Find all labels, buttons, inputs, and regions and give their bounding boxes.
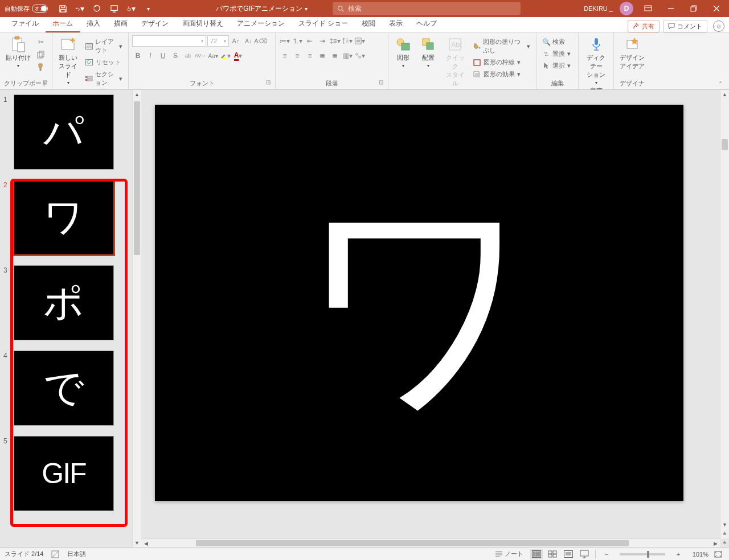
- title-dropdown-icon[interactable]: ▾: [305, 6, 308, 12]
- launcher-icon[interactable]: ⊡: [43, 79, 47, 85]
- toggle-switch[interactable]: オフ: [32, 5, 48, 13]
- ribbon-display-icon[interactable]: [640, 3, 656, 14]
- tab-design[interactable]: デザイン: [134, 15, 175, 32]
- shape-fill-button[interactable]: 図形の塗りつぶし ▾: [471, 36, 533, 56]
- accessibility-icon[interactable]: [51, 550, 59, 558]
- thumb-slide[interactable]: GIF: [14, 436, 114, 511]
- tab-view[interactable]: 表示: [382, 15, 409, 32]
- format-painter-icon[interactable]: [35, 61, 47, 73]
- increase-indent-icon[interactable]: ⇥: [317, 35, 328, 47]
- user-avatar[interactable]: D: [620, 2, 633, 15]
- tab-draw[interactable]: 描画: [107, 15, 134, 32]
- thumbnail-item[interactable]: 1 パ: [3, 94, 139, 170]
- thumbnail-item[interactable]: 5 GIF: [3, 436, 139, 511]
- tab-insert[interactable]: 挿入: [80, 15, 107, 32]
- save-icon[interactable]: [58, 4, 67, 13]
- prev-slide-icon[interactable]: ≜: [720, 529, 729, 538]
- columns-icon[interactable]: ▥▾: [342, 50, 353, 61]
- align-text-icon[interactable]: ▾: [354, 35, 366, 47]
- zoom-handle[interactable]: [647, 551, 649, 558]
- notes-button[interactable]: ノート: [492, 550, 527, 558]
- thumbnail-item[interactable]: 3 ポ: [3, 265, 139, 340]
- tab-review[interactable]: 校閲: [355, 15, 382, 32]
- present-from-start-icon[interactable]: [109, 4, 118, 13]
- text-shadow-icon[interactable]: ab: [182, 50, 194, 61]
- align-right-icon[interactable]: ≡: [304, 50, 316, 61]
- font-size-combo[interactable]: 72▾: [207, 35, 229, 47]
- scroll-down-icon[interactable]: ▼: [133, 538, 141, 547]
- clear-formatting-icon[interactable]: A⌫: [255, 35, 267, 47]
- scroll-thumb[interactable]: [722, 139, 728, 150]
- feedback-icon[interactable]: ☺: [713, 20, 724, 32]
- tab-help[interactable]: ヘルプ: [409, 15, 444, 32]
- zoom-level[interactable]: 101%: [688, 551, 708, 558]
- bullets-icon[interactable]: ≔▾: [279, 35, 290, 47]
- minimize-icon[interactable]: [663, 3, 679, 14]
- share-button[interactable]: 共有: [628, 20, 660, 32]
- scroll-up-icon[interactable]: ▲: [720, 90, 729, 99]
- qat-customize-icon[interactable]: ▾: [144, 4, 153, 13]
- bold-icon[interactable]: B: [132, 50, 144, 61]
- thumb-slide[interactable]: ワ: [14, 180, 114, 255]
- char-spacing-icon[interactable]: AV↔: [195, 50, 206, 61]
- launcher-icon[interactable]: ⊡: [266, 79, 271, 85]
- thumb-scrollbar[interactable]: ▲ ▼: [132, 90, 141, 547]
- fit-window-icon[interactable]: [712, 549, 724, 559]
- scroll-up-icon[interactable]: ▲: [133, 90, 141, 99]
- font-family-combo[interactable]: ▾: [132, 35, 206, 47]
- zoom-out-icon[interactable]: −: [600, 549, 613, 559]
- decrease-indent-icon[interactable]: ⇤: [304, 35, 316, 47]
- close-icon[interactable]: [708, 3, 724, 14]
- horizontal-scrollbar[interactable]: ◀ ▶: [141, 538, 720, 547]
- layout-button[interactable]: レイアウト ▾: [83, 36, 125, 56]
- reset-button[interactable]: リセット: [83, 57, 125, 68]
- touch-mode-icon[interactable]: ▾: [126, 4, 136, 13]
- sorter-view-icon[interactable]: [546, 549, 559, 559]
- select-button[interactable]: 選択 ▾: [540, 60, 573, 71]
- undo-icon[interactable]: ▾: [75, 4, 84, 13]
- strikethrough-icon[interactable]: S: [170, 50, 181, 61]
- comments-button[interactable]: コメント: [663, 20, 707, 32]
- arrange-button[interactable]: 配置▾: [417, 35, 440, 69]
- vertical-scrollbar[interactable]: ▲ ▼ ≜ ≜: [720, 90, 729, 538]
- user-name[interactable]: DEKIRU _: [584, 5, 613, 12]
- distributed-icon[interactable]: ≣: [329, 50, 341, 61]
- scroll-down-icon[interactable]: ▼: [720, 520, 729, 529]
- zoom-in-icon[interactable]: +: [672, 549, 685, 559]
- section-button[interactable]: セクション ▾: [83, 69, 125, 88]
- tab-file[interactable]: ファイル: [5, 15, 46, 32]
- scroll-left-icon[interactable]: ◀: [141, 539, 150, 547]
- text-direction-icon[interactable]: ▾: [342, 35, 353, 47]
- search-box[interactable]: 検索: [333, 2, 521, 15]
- design-ideas-button[interactable]: デザイン アイデア: [617, 35, 647, 72]
- scroll-thumb[interactable]: [196, 540, 629, 546]
- reading-view-icon[interactable]: [562, 549, 575, 559]
- shape-effects-button[interactable]: 図形の効果 ▾: [471, 69, 533, 80]
- thumbnail-item[interactable]: 2 ワ: [3, 180, 139, 255]
- replace-button[interactable]: 置換 ▾: [540, 48, 573, 59]
- font-color-icon[interactable]: A▾: [232, 50, 244, 61]
- cut-icon[interactable]: ✂: [35, 36, 47, 48]
- find-button[interactable]: 🔍検索: [540, 36, 573, 47]
- smartart-icon[interactable]: ▾: [354, 50, 366, 61]
- numbering-icon[interactable]: ⒈▾: [292, 35, 303, 47]
- line-spacing-icon[interactable]: ‡≡▾: [329, 35, 341, 47]
- shape-outline-button[interactable]: 図形の枠線 ▾: [471, 57, 533, 68]
- language-label[interactable]: 日本語: [67, 550, 86, 558]
- copy-icon[interactable]: [35, 49, 47, 60]
- thumb-slide[interactable]: で: [14, 351, 114, 426]
- decrease-font-icon[interactable]: A↓: [243, 35, 254, 47]
- tab-home[interactable]: ホーム: [46, 15, 80, 32]
- thumb-slide[interactable]: パ: [14, 94, 114, 170]
- new-slide-button[interactable]: 新しい スライド ▾: [56, 35, 81, 87]
- tab-transitions[interactable]: 画面切り替え: [175, 15, 230, 32]
- tab-animations[interactable]: アニメーション: [230, 15, 292, 32]
- align-center-icon[interactable]: ≡: [292, 50, 303, 61]
- autosave-toggle[interactable]: 自動保存 オフ: [5, 5, 48, 13]
- align-left-icon[interactable]: ≡: [279, 50, 290, 61]
- normal-view-icon[interactable]: [530, 549, 543, 559]
- next-slide-icon[interactable]: ≜: [720, 538, 729, 547]
- dictate-button[interactable]: ディクテー ション▾: [582, 35, 610, 87]
- scroll-right-icon[interactable]: ▶: [711, 539, 720, 547]
- slideshow-view-icon[interactable]: [578, 549, 591, 559]
